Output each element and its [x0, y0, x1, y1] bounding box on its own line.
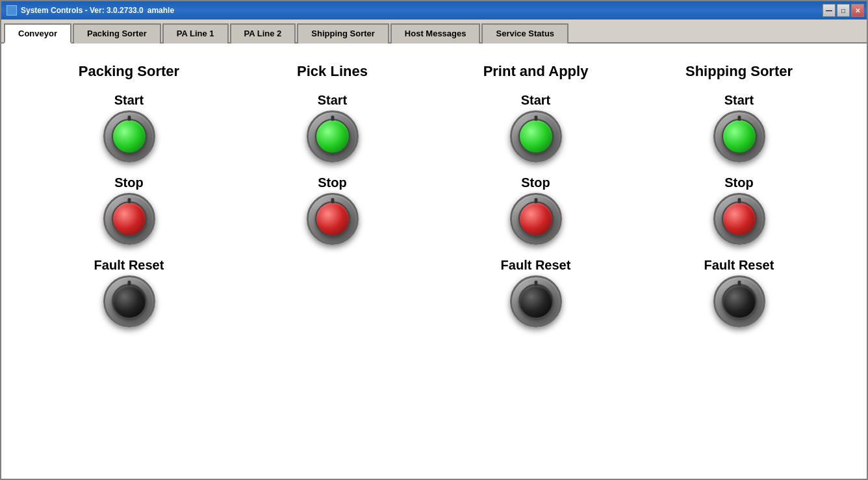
print-apply-start-indicator: [518, 119, 554, 154]
pick-lines-stop-indicator: [315, 201, 350, 236]
shipping-sorter-start-group: Start: [713, 93, 765, 162]
shipping-sorter-stop-label: Stop: [724, 175, 753, 190]
shipping-sorter-fault-label: Fault Reset: [704, 258, 774, 273]
shipping-sorter-fault-indicator: [722, 284, 757, 319]
shipping-sorter-start-label: Start: [724, 93, 754, 108]
column-print-apply: Print and Apply Start Stop Fault Reset: [471, 63, 601, 334]
pick-lines-start-indicator: [315, 119, 350, 154]
print-apply-start-label: Start: [521, 93, 551, 108]
packing-sorter-stop-indicator: [112, 201, 147, 236]
main-window: System Controls - Ver: 3.0.2733.0 amahle…: [0, 0, 868, 480]
packing-sorter-title: Packing Sorter: [79, 63, 179, 80]
shipping-sorter-start-indicator: [722, 119, 757, 154]
packing-sorter-fault-group: Fault Reset: [94, 258, 164, 327]
print-apply-start-button[interactable]: [510, 110, 562, 162]
print-apply-start-group: Start: [510, 93, 562, 162]
shipping-sorter-stop-indicator: [722, 201, 757, 236]
tab-service-status[interactable]: Service Status: [481, 23, 568, 44]
tab-shipping-sorter[interactable]: Shipping Sorter: [297, 23, 389, 44]
pick-lines-title: Pick Lines: [297, 63, 368, 80]
maximize-button[interactable]: □: [837, 4, 850, 17]
packing-sorter-stop-button[interactable]: [103, 193, 155, 245]
minimize-button[interactable]: —: [823, 4, 836, 17]
pick-lines-stop-group: Stop: [307, 175, 359, 245]
tab-pa-line-1[interactable]: PA Line 1: [162, 23, 229, 44]
pick-lines-start-button[interactable]: [307, 110, 359, 162]
tab-packing-sorter[interactable]: Packing Sorter: [73, 23, 161, 44]
print-apply-fault-button[interactable]: [510, 275, 562, 327]
pick-lines-start-group: Start: [307, 93, 359, 162]
app-icon: [6, 5, 17, 16]
print-apply-stop-group: Stop: [510, 175, 562, 245]
tab-pa-line-2[interactable]: PA Line 2: [230, 23, 296, 44]
shipping-sorter-stop-group: Stop: [713, 175, 765, 245]
tab-host-messages[interactable]: Host Messages: [390, 23, 481, 44]
packing-sorter-fault-indicator: [112, 284, 147, 319]
shipping-sorter-start-button[interactable]: [713, 110, 765, 162]
print-apply-fault-group: Fault Reset: [501, 258, 571, 327]
shipping-sorter-fault-button[interactable]: [713, 275, 765, 327]
packing-sorter-start-group: Start: [103, 93, 155, 162]
titlebar: System Controls - Ver: 3.0.2733.0 amahle…: [1, 1, 867, 19]
titlebar-left: System Controls - Ver: 3.0.2733.0 amahle: [6, 5, 174, 16]
print-apply-title: Print and Apply: [483, 63, 589, 80]
print-apply-stop-label: Stop: [521, 175, 550, 190]
packing-sorter-fault-label: Fault Reset: [94, 258, 164, 273]
pick-lines-start-label: Start: [318, 93, 348, 108]
packing-sorter-fault-button[interactable]: [103, 275, 155, 327]
close-button[interactable]: ✕: [851, 4, 864, 17]
window-username: amahle: [147, 6, 174, 15]
packing-sorter-stop-label: Stop: [114, 175, 143, 190]
main-content: Packing Sorter Start Stop Fault Reset: [1, 44, 867, 479]
print-apply-stop-indicator: [518, 201, 554, 236]
shipping-sorter-title: Shipping Sorter: [685, 63, 793, 80]
column-packing-sorter: Packing Sorter Start Stop Fault Reset: [64, 63, 194, 334]
print-apply-stop-button[interactable]: [510, 193, 562, 245]
print-apply-fault-indicator: [518, 284, 554, 319]
tabbar: Conveyor Packing Sorter PA Line 1 PA Lin…: [1, 19, 867, 44]
packing-sorter-start-button[interactable]: [103, 110, 155, 162]
titlebar-controls: — □ ✕: [823, 4, 864, 17]
pick-lines-stop-button[interactable]: [307, 193, 359, 245]
shipping-sorter-fault-group: Fault Reset: [704, 258, 774, 327]
packing-sorter-start-indicator: [112, 119, 147, 154]
print-apply-fault-label: Fault Reset: [501, 258, 571, 273]
column-pick-lines: Pick Lines Start Stop: [268, 63, 398, 251]
pick-lines-stop-label: Stop: [318, 175, 346, 190]
tab-conveyor[interactable]: Conveyor: [4, 23, 71, 44]
packing-sorter-start-label: Start: [114, 93, 144, 108]
window-title: System Controls - Ver: 3.0.2733.0: [21, 6, 144, 15]
packing-sorter-stop-group: Stop: [103, 175, 155, 245]
column-shipping-sorter: Shipping Sorter Start Stop Fault Reset: [674, 63, 804, 334]
shipping-sorter-stop-button[interactable]: [713, 193, 765, 245]
